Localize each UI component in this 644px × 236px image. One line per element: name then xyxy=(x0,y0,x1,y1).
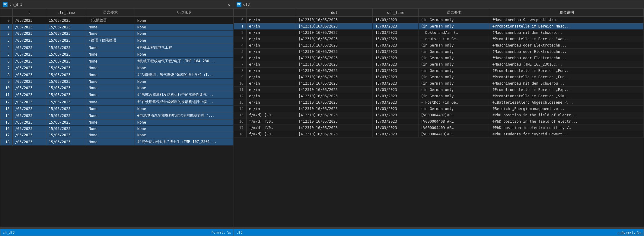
left-close-button[interactable]: ✕ xyxy=(226,2,231,7)
right-table-row[interactable]: 15 f/m/d) [V0… [412310]16/05/2023 15/03/… xyxy=(234,112,644,118)
left-cell-str-time: 15/03/2023 xyxy=(46,44,86,51)
left-cell-job-desc: None xyxy=(135,65,233,71)
right-col-1 xyxy=(246,9,296,17)
left-table-row[interactable]: 6 /05/2023 15/03/2023 None #机械工程或电气工程/电子… xyxy=(0,58,234,65)
left-cell-job-desc: #"混合动力传动系"博士生（TME 107_2301... xyxy=(135,138,233,146)
left-table-row[interactable]: 0 /05/2023 15/03/2023 （仅限德语 None xyxy=(0,17,234,24)
left-table-row[interactable]: 13 /05/2023 15/03/2023 None None xyxy=(0,106,234,112)
left-table-row[interactable]: 18 /05/2023 15/03/2023 None #"混合动力传动系"博士… xyxy=(0,138,234,146)
left-cell-str-time: 15/03/2023 xyxy=(46,58,86,65)
left-cell-lang-req: None xyxy=(86,44,135,51)
left-table-row[interactable]: 16 /05/2023 15/03/2023 None None xyxy=(0,126,234,132)
right-cell-ddl: [412310]16/05/2023 xyxy=(296,131,373,137)
left-cell-lang-req: None xyxy=(86,106,135,112)
right-cell-col1: er/in xyxy=(246,61,296,68)
right-cell-index: 3 xyxy=(234,36,246,42)
left-scrollbar[interactable] xyxy=(0,227,234,229)
right-cell-ddl: [412310]16/05/2023 xyxy=(296,49,373,55)
right-cell-str-time: 15/03/2023 xyxy=(373,112,418,118)
right-table-row[interactable]: 12 er/in [412310]16/05/2023 15/03/2023 (… xyxy=(234,93,644,99)
left-cell-job-desc: #机械工程或电气工程/电子（TME 164_230... xyxy=(135,58,233,65)
left-cell-str-time: 15/03/2023 xyxy=(46,99,86,106)
right-cell-index: 10 xyxy=(234,80,246,87)
left-table: l str_time 语言要求 职位说明 0 /05/2023 15/03/20… xyxy=(0,9,234,146)
left-table-row[interactable]: 11 /05/2023 15/03/2023 None #"氢或合成燃料发动机运… xyxy=(0,91,234,99)
left-cell-index: 13 xyxy=(0,106,12,112)
left-table-row[interactable]: 14 /05/2023 15/03/2023 None #电池电动汽车和燃料电池… xyxy=(0,112,234,119)
left-table-row[interactable]: 9 /05/2023 15/03/2023 None None xyxy=(0,79,234,85)
right-table-row[interactable]: 18 f/m/d) [V0… [412310]16/05/2023 15/03/… xyxy=(234,131,644,137)
right-table-row[interactable]: 17 f/m/d) [V0… [412310]16/05/2023 15/03/… xyxy=(234,125,644,131)
right-table-container[interactable]: ddl str_time 语言要求 职位说明 0 er/in [412310]1… xyxy=(234,9,644,227)
left-table-row[interactable]: 5 /05/2023 15/03/2023 None None xyxy=(0,51,234,58)
left-cell-l: /05/2023 xyxy=(12,31,46,37)
left-cell-job-desc: #机械工程或电气工程 xyxy=(135,44,233,51)
right-table-row[interactable]: 11 er/in [412310]16/05/2023 15/03/2023 (… xyxy=(234,87,644,93)
right-table-row[interactable]: 10 er/in [412310]16/05/2023 15/03/2023 (… xyxy=(234,80,644,87)
right-table-row[interactable]: 13 er/in [412310]16/05/2023 15/03/2023 -… xyxy=(234,99,644,106)
right-table-row[interactable]: 5 er/in [412310]16/05/2023 15/03/2023 (i… xyxy=(234,49,644,55)
left-cell-lang-req: （仅限德语 xyxy=(86,17,135,24)
left-cell-lang-req: None xyxy=(86,31,135,37)
left-cell-l: /05/2023 xyxy=(12,44,46,51)
left-cell-l: /05/2023 xyxy=(12,37,46,44)
left-table-row[interactable]: 2 /05/2023 15/03/2023 None None xyxy=(0,31,234,37)
left-cell-job-desc: None xyxy=(135,132,233,138)
left-table-container[interactable]: l str_time 语言要求 职位说明 0 /05/2023 15/03/20… xyxy=(0,9,234,227)
right-cell-index: 15 xyxy=(234,112,246,118)
left-window-icon: PC xyxy=(3,2,8,7)
right-table-row[interactable]: 4 er/in [412310]16/05/2023 15/03/2023 (i… xyxy=(234,42,644,49)
left-cell-lang-req: None xyxy=(86,79,135,85)
right-cell-col1: er/in xyxy=(246,74,296,80)
left-cell-str-time: 15/03/2023 xyxy=(46,71,86,79)
right-cell-ddl: [412310]16/05/2023 xyxy=(296,30,373,36)
right-cell-col1: er/in xyxy=(246,99,296,106)
right-cell-str-time: 15/03/2023 xyxy=(373,17,418,23)
left-cell-l: /05/2023 xyxy=(12,132,46,138)
right-table-row[interactable]: 1 er/in [412310]16/05/2023 15/03/2023 (i… xyxy=(234,23,644,30)
left-cell-str-time: 15/03/2023 xyxy=(46,51,86,58)
right-table-row[interactable]: 0 er/in [412310]16/05/2023 15/03/2023 (i… xyxy=(234,17,644,23)
right-cell-index: 14 xyxy=(234,106,246,112)
left-table-row[interactable]: 7 /05/2023 15/03/2023 None None xyxy=(0,65,234,71)
right-col-job-desc: 职位说明 xyxy=(490,9,644,17)
right-table-row[interactable]: 2 er/in [412310]16/05/2023 15/03/2023 - … xyxy=(234,30,644,36)
right-cell-str-time: 15/03/2023 xyxy=(373,30,418,36)
left-table-row[interactable]: 15 /05/2023 15/03/2023 None None xyxy=(0,119,234,126)
right-cell-col1: er/in xyxy=(246,49,296,55)
left-table-row[interactable]: 17 /05/2023 15/03/2023 None None xyxy=(0,132,234,138)
right-cell-index: 2 xyxy=(234,30,246,36)
right-cell-job-desc: #Promotionsstelle im Bereich „Fun... xyxy=(490,68,644,74)
right-window: PC df3 ddl str_time 语言要求 职位说明 0 er/in [4… xyxy=(234,0,644,236)
left-cell-job-desc: #"功能绕组，氢气燃烧"领域的博士学位（T... xyxy=(135,71,233,79)
right-table-row[interactable]: 16 f/m/d) [V0… [412310]16/05/2023 15/03/… xyxy=(234,118,644,125)
right-cell-job-desc: #Promotionsstelle im Bereich „Exp... xyxy=(490,87,644,93)
right-cell-lang-req: - PostDoc (in Ge… xyxy=(418,99,490,106)
left-col-index xyxy=(0,9,12,17)
left-cell-lang-req: None xyxy=(86,99,135,106)
left-table-row[interactable]: 4 /05/2023 15/03/2023 None #机械工程或电气工程 xyxy=(0,44,234,51)
right-table-row[interactable]: 7 er/in [412310]16/05/2023 15/03/2023 (i… xyxy=(234,61,644,68)
right-tab-label: df3 xyxy=(237,231,243,234)
left-cell-str-time: 15/03/2023 xyxy=(46,132,86,138)
right-scrollbar[interactable] xyxy=(234,227,644,229)
right-window-title: df3 xyxy=(243,2,250,7)
right-table-row[interactable]: 9 er/in [412310]16/05/2023 15/03/2023 (i… xyxy=(234,74,644,80)
left-cell-l: /05/2023 xyxy=(12,51,46,58)
right-cell-ddl: [412310]16/05/2023 xyxy=(296,36,373,42)
right-table-row[interactable]: 14 er/in [412310]16/05/2023 15/03/2023 (… xyxy=(234,106,644,112)
right-table-row[interactable]: 6 er/in [412310]16/05/2023 15/03/2023 (i… xyxy=(234,55,644,61)
right-cell-lang-req: [V000004409]#P… xyxy=(418,125,490,131)
left-cell-l: /05/2023 xyxy=(12,119,46,126)
right-cell-str-time: 15/03/2023 xyxy=(373,42,418,49)
left-table-row[interactable]: 8 /05/2023 15/03/2023 None #"功能绕组，氢气燃烧"领… xyxy=(0,71,234,79)
left-table-row[interactable]: 12 /05/2023 15/03/2023 None #"在使用氢气或合成燃料… xyxy=(0,99,234,106)
right-table-row[interactable]: 3 er/in [412310]16/05/2023 15/03/2023 - … xyxy=(234,36,644,42)
right-cell-ddl: [412310]16/05/2023 xyxy=(296,55,373,61)
right-table-row[interactable]: 8 er/in [412310]16/05/2023 15/03/2023 (i… xyxy=(234,68,644,74)
right-cell-str-time: 15/03/2023 xyxy=(373,23,418,30)
left-table-row[interactable]: 10 /05/2023 15/03/2023 None None xyxy=(0,85,234,91)
left-table-row[interactable]: 1 /05/2023 15/03/2023 None None xyxy=(0,24,234,31)
left-cell-job-desc: None xyxy=(135,31,233,37)
left-table-row[interactable]: 3 /05/2023 15/03/2023 -德语（仅限德语 None xyxy=(0,37,234,44)
